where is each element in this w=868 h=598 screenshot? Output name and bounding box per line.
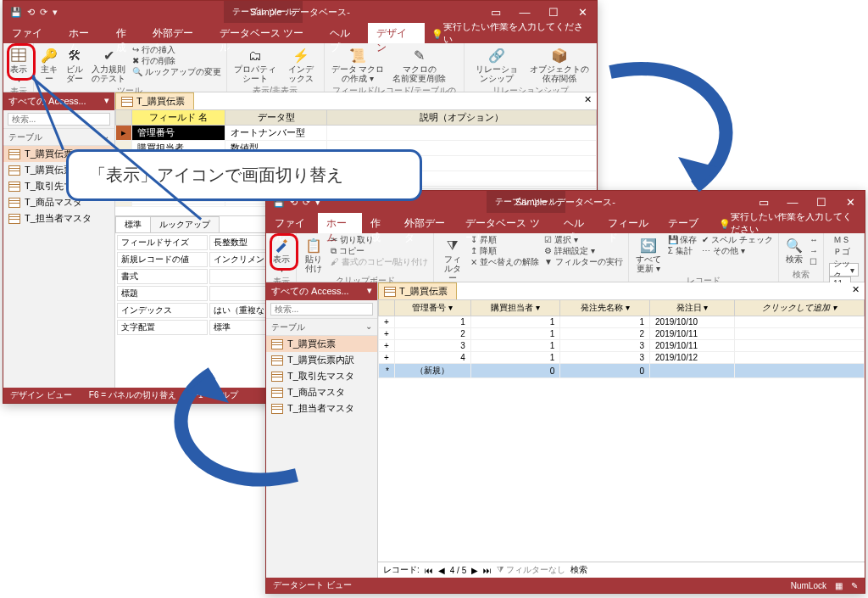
desc-cell[interactable] <box>327 126 597 141</box>
new-record-icon[interactable]: * <box>379 364 395 378</box>
tell-me[interactable]: 💡実行したい作業を入力してください <box>712 213 865 233</box>
view-switch-datasheet-icon[interactable]: ▦ <box>835 581 843 590</box>
save-icon[interactable]: 💾 <box>10 7 22 18</box>
tab-help[interactable]: ヘルプ <box>555 213 598 233</box>
col-header[interactable]: 発注日 ▾ <box>650 300 735 316</box>
advanced-filter-button[interactable]: ⚙ 詳細設定 ▾ <box>544 246 623 256</box>
row-expand-icon[interactable]: + <box>379 316 395 328</box>
insert-rows-button[interactable]: ↪ 行の挿入 <box>132 45 221 55</box>
select-all-cell[interactable] <box>379 300 395 316</box>
new-record-label[interactable]: （新規） <box>394 364 470 378</box>
close-button[interactable]: ✕ <box>568 1 597 23</box>
nav-search-input[interactable] <box>8 113 110 126</box>
toggle-filter-button[interactable]: ▼ フィルターの実行 <box>544 257 623 267</box>
indexes-button[interactable]: ⚡インデックス <box>283 45 319 85</box>
tab-home[interactable]: ホーム <box>318 213 361 233</box>
delete-rows-button[interactable]: ✖ 行の削除 <box>132 56 221 66</box>
datasheet[interactable]: 管理番号 ▾ 購買担当者 ▾ 発注先名称 ▾ 発注日 ▾ クリックして追加 ▾ … <box>378 299 865 378</box>
maximize-button[interactable]: ☐ <box>807 191 836 213</box>
more-button[interactable]: ⋯ その他 ▾ <box>702 246 773 256</box>
selection-filter-button[interactable]: ☑ 選択 ▾ <box>544 235 623 245</box>
col-add[interactable]: クリックして追加 ▾ <box>734 300 864 316</box>
close-tab-icon[interactable]: ✕ <box>847 282 865 297</box>
tab-table[interactable]: テーブル <box>659 213 711 233</box>
recnav-filter[interactable]: フィルターなし <box>506 565 565 574</box>
redo-icon[interactable]: ⟳ <box>40 7 47 18</box>
tab-file[interactable]: ファイル <box>266 213 318 233</box>
copy-button[interactable]: ⧉ コピー <box>331 246 429 256</box>
clear-sort-button[interactable]: ⨯ 並べ替えの解除 <box>470 257 539 267</box>
builder-button[interactable]: 🛠ビルダー <box>64 45 85 85</box>
save-record-button[interactable]: 💾 保存 <box>668 235 698 245</box>
qat-more-icon[interactable]: ▾ <box>53 7 58 18</box>
maximize-button[interactable]: ☐ <box>539 1 568 23</box>
col-data-type[interactable]: データ型 <box>225 110 327 126</box>
nav-item[interactable]: T_担当者マスタ <box>3 210 114 226</box>
dependencies-button[interactable]: 📦オブジェクトの 依存関係 <box>528 45 591 85</box>
refresh-all-button[interactable]: 🔄すべて 更新 ▾ <box>634 235 663 275</box>
tell-me[interactable]: 💡 実行したい作業を入力してください <box>425 23 597 43</box>
view-switch-design-icon[interactable]: ✎ <box>851 581 858 590</box>
nav-item[interactable]: T_購買伝票 <box>266 336 377 352</box>
spelling-button[interactable]: ✔ スペル チェック <box>702 235 773 245</box>
nav-header[interactable]: すべての Access...▾ <box>266 282 377 300</box>
view-button[interactable]: 表示▾ <box>271 235 292 276</box>
minimize-button[interactable]: — <box>510 1 539 23</box>
tab-dbtools[interactable]: データベース ツール <box>211 23 320 43</box>
close-button[interactable]: ✕ <box>836 191 865 213</box>
document-tab[interactable]: T_購買伝票 <box>378 282 457 299</box>
recnav-first-icon[interactable]: ⏮ <box>425 566 433 575</box>
recnav-search[interactable]: 検索 <box>570 564 587 576</box>
field-cell[interactable]: 管理番号 <box>132 126 225 141</box>
paste-button[interactable]: 📋貼り付け <box>302 235 326 275</box>
record-navigator[interactable]: レコード: ⏮ ◀ 4 / 5 ▶ ⏭ ⧩ フィルターなし 検索 <box>378 562 865 578</box>
undo-icon[interactable]: ⟲ <box>27 7 35 18</box>
font-family-combo[interactable]: ＭＳ Ｐゴシック（詳細 ▾ <box>829 263 859 277</box>
col-field-name[interactable]: フィールド 名 <box>132 110 225 126</box>
tab-design[interactable]: デザイン <box>368 23 425 43</box>
rename-macro-button[interactable]: ✎マクロの 名前変更/削除 <box>391 45 448 85</box>
recnav-position[interactable]: 4 / 5 <box>450 566 466 575</box>
col-description[interactable]: 説明（オプション） <box>327 110 597 126</box>
recnav-prev-icon[interactable]: ◀ <box>438 566 445 575</box>
tab-file[interactable]: ファイル <box>3 23 60 43</box>
col-header[interactable]: 管理番号 ▾ <box>394 300 470 316</box>
tab-help[interactable]: ヘルプ <box>321 23 368 43</box>
tab-create[interactable]: 作成 <box>108 23 145 43</box>
nav-search-input[interactable] <box>270 303 373 316</box>
document-tab[interactable]: T_購買伝票 <box>115 92 194 109</box>
col-header[interactable]: 発注先名称 ▾ <box>560 300 650 316</box>
tab-home[interactable]: ホーム <box>60 23 107 43</box>
totals-button[interactable]: Σ 集計 <box>668 246 698 256</box>
tab-external[interactable]: 外部データ <box>144 23 211 43</box>
data-macro-button[interactable]: 📜データ マクロ の作成 ▾ <box>330 45 387 85</box>
format-painter-button[interactable]: 🖌 書式のコピー/貼り付け <box>331 257 429 267</box>
prop-tab-general[interactable]: 標準 <box>115 216 151 232</box>
recnav-last-icon[interactable]: ⏭ <box>483 566 492 575</box>
tab-dbtools[interactable]: データベース ツール <box>457 213 555 233</box>
select-button[interactable]: ☐ <box>810 257 818 267</box>
select-all-cell[interactable] <box>116 110 132 126</box>
filter-button[interactable]: ⧩フィルター <box>439 235 465 284</box>
view-button[interactable]: 表示▾ <box>8 45 29 86</box>
sort-asc-button[interactable]: ↧ 昇順 <box>470 235 539 245</box>
tab-create[interactable]: 作成 <box>362 213 397 233</box>
property-sheet-button[interactable]: 🗂プロパティ シート <box>232 45 278 85</box>
find-button[interactable]: 🔍検索 <box>784 235 804 265</box>
col-header[interactable]: 購買担当者 ▾ <box>470 300 560 316</box>
tab-external[interactable]: 外部データ <box>396 213 457 233</box>
test-rules-button[interactable]: ✔入力規則 のテスト <box>90 45 127 85</box>
chevron-down-icon[interactable]: ▾ <box>104 95 109 108</box>
relationships-button[interactable]: 🔗リレーションシップ <box>470 45 523 85</box>
sort-desc-button[interactable]: ↥ 降順 <box>470 246 539 256</box>
minimize-button[interactable]: — <box>778 191 807 213</box>
goto-button[interactable]: → <box>810 246 818 256</box>
prop-tab-lookup[interactable]: ルックアップ <box>150 216 220 232</box>
replace-button[interactable]: ↔ <box>810 235 818 245</box>
ribbon-display-icon[interactable]: ▭ <box>481 1 510 23</box>
cut-button[interactable]: ✂ 切り取り <box>331 235 429 245</box>
recnav-next-icon[interactable]: ▶ <box>471 566 478 575</box>
primary-key-button[interactable]: 🔑主キー <box>39 45 59 85</box>
modify-lookup-button[interactable]: 🔍 ルックアップの変更 <box>132 67 221 77</box>
nav-group-tables[interactable]: テーブル ⌄ <box>266 319 377 336</box>
